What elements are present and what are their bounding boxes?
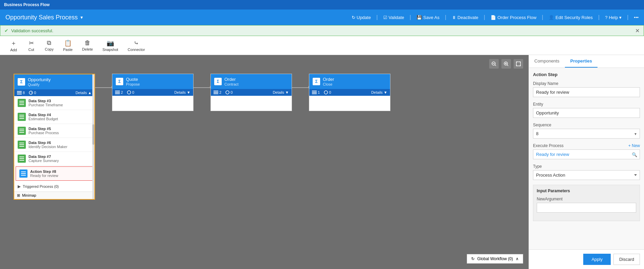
process-flow: Σ Opportunity Qualify 8 — [14, 74, 390, 200]
fit-screen-button[interactable] — [514, 59, 523, 69]
execute-process-input[interactable] — [533, 149, 640, 159]
entity-input[interactable] — [533, 108, 640, 118]
properties-panel: Components Properties Action Step Displa… — [529, 55, 644, 269]
discard-button[interactable]: Discard — [613, 254, 640, 265]
svg-rect-30 — [115, 91, 120, 91]
svg-rect-31 — [115, 92, 120, 93]
stage-qualify-details-button[interactable]: Details ▲ — [75, 91, 92, 95]
svg-rect-23 — [19, 146, 24, 147]
panel-body: Action Step Display Name Entity Sequence… — [529, 68, 644, 249]
connector-2 — [194, 87, 210, 88]
stage-close[interactable]: Σ Order Close 1 0 — [309, 74, 390, 111]
toolbar-connector[interactable]: ⤷ Connector — [124, 38, 149, 53]
header-action-update[interactable]: ↻ Update — [352, 15, 371, 20]
stage-close-title-block: Order Close — [323, 77, 334, 86]
tab-properties[interactable]: Properties — [565, 55, 597, 68]
zoom-in-button[interactable] — [501, 59, 511, 69]
sequence-input[interactable] — [533, 129, 640, 139]
stage-contract-cycle: 0 — [225, 90, 233, 94]
connector-1 — [95, 87, 112, 88]
step-8-text: Action Step #8 Ready for review — [30, 169, 58, 178]
header-action-help[interactable]: ? Help ▾ — [605, 15, 622, 20]
step-3-text: Data Step #3 Purchase Timeframe — [29, 99, 63, 107]
step-5[interactable]: Data Step #5 Purchase Process — [14, 124, 94, 138]
toolbar-copy[interactable]: ⧉ Copy — [41, 38, 58, 53]
svg-rect-21 — [19, 143, 24, 143]
step-list-qualify: Data Step #3 Purchase Timeframe Data Ste… — [14, 96, 94, 181]
header-action-edit-security-roles[interactable]: 👤 Edit Security Roles — [549, 15, 593, 20]
copy-icon: ⧉ — [47, 39, 51, 47]
svg-point-33 — [127, 91, 131, 94]
global-workflow-collapse-icon: ∧ — [516, 256, 519, 261]
toolbar-add[interactable]: ＋ Add — [5, 38, 22, 53]
toolbar-delete[interactable]: 🗑 Delete — [78, 38, 97, 53]
stage-propose-cycle: 0 — [127, 90, 134, 94]
header-action-order-process-flow[interactable]: 📄 Order Process Flow — [491, 15, 536, 20]
validation-close-button[interactable]: ✕ — [635, 28, 640, 34]
header-chevron[interactable]: ▾ — [80, 15, 83, 20]
paste-icon: 📋 — [64, 39, 72, 47]
step-6-icon — [18, 141, 26, 149]
header-sep-6: | — [598, 14, 600, 20]
svg-rect-34 — [214, 91, 218, 91]
stage-close-header: Σ Order Close — [309, 74, 390, 89]
triggered-process[interactable]: ▶ Triggered Process (0) — [14, 181, 94, 192]
stage-close-footer: 1 0 Details ▼ — [309, 89, 390, 96]
global-workflow[interactable]: ↻ Global Workflow (0) ∧ — [467, 254, 523, 264]
step-6[interactable]: Data Step #6 Identify Decision Maker — [14, 138, 94, 152]
svg-rect-19 — [19, 130, 24, 131]
header-action-save-as[interactable]: 💾 Save As — [417, 15, 440, 20]
svg-rect-22 — [19, 144, 24, 145]
stage-contract[interactable]: Σ Order Contract 2 0 — [210, 74, 292, 111]
stage-qualify[interactable]: Σ Opportunity Qualify 8 — [14, 74, 95, 200]
stage-contract-title-block: Order Contract — [224, 77, 239, 86]
svg-rect-8 — [17, 91, 22, 92]
validation-bar: ✔ Validation successful. ✕ — [0, 25, 644, 36]
header-title: Opportunity Sales Process — [5, 14, 78, 21]
step-4[interactable]: Data Step #4 Estimated Budget — [14, 110, 94, 124]
execute-process-search-icon[interactable]: 🔍 — [632, 152, 637, 157]
svg-rect-12 — [19, 101, 24, 102]
header-action-validate[interactable]: ☑ Validate — [383, 15, 404, 20]
stage-contract-details-button[interactable]: Details ▼ — [273, 90, 289, 94]
new-argument-select[interactable] — [537, 203, 636, 213]
header-sep-2: | — [410, 14, 411, 20]
apply-button[interactable]: Apply — [583, 254, 611, 265]
header-sep-3: | — [445, 14, 446, 20]
validation-success-icon: ✔ — [4, 28, 8, 33]
execute-process-new-link[interactable]: + New — [628, 143, 640, 148]
stage-close-details-button[interactable]: Details ▼ — [371, 90, 387, 94]
stage-propose-title-block: Quote Propose — [126, 77, 140, 86]
input-parameters-section: Input Parameters NewArgument — [533, 185, 640, 221]
svg-rect-18 — [19, 129, 24, 129]
toolbar-snapshot[interactable]: 📷 Snapshot — [98, 38, 122, 53]
sequence-group: Sequence ▼ — [533, 123, 640, 139]
scrollbar-thumb — [92, 124, 94, 145]
stage-propose-details-button[interactable]: Details ▼ — [174, 90, 190, 94]
toolbar-paste[interactable]: 📋 Paste — [59, 38, 77, 53]
canvas-area[interactable]: Σ Opportunity Qualify 8 — [0, 55, 529, 269]
main-content: Σ Opportunity Qualify 8 — [0, 55, 644, 269]
header-action-more[interactable]: ••• — [634, 15, 639, 20]
toolbar-cut[interactable]: ✂ Cut — [23, 38, 39, 53]
step-8[interactable]: Action Step #8 Ready for review — [16, 166, 93, 181]
stage-close-container: Σ Order Close 1 0 — [309, 74, 390, 111]
step-7[interactable]: Data Step #7 Capture Summary — [14, 152, 94, 166]
input-params-title: Input Parameters — [537, 189, 636, 193]
step-7-text: Data Step #7 Capture Summary — [29, 155, 59, 163]
header-action-deactivate[interactable]: ⏸ Deactivate — [452, 15, 478, 20]
step-3[interactable]: Data Step #3 Purchase Timeframe — [14, 96, 94, 110]
toolbar: ＋ Add ✂ Cut ⧉ Copy 📋 Paste 🗑 Delete 📷 Sn… — [0, 36, 644, 55]
type-select[interactable]: Process Action — [533, 170, 640, 180]
panel-tabs: Components Properties — [529, 55, 644, 68]
minimap-button[interactable]: ⊞ Minimap — [14, 192, 94, 199]
stage-qualify-cycle: 0 — [29, 91, 36, 95]
stage-propose[interactable]: Σ Quote Propose 2 0 — [112, 74, 194, 111]
tab-components[interactable]: Components — [529, 55, 565, 68]
display-name-input[interactable] — [533, 87, 640, 97]
delete-icon: 🗑 — [85, 39, 91, 47]
global-workflow-icon: ↻ — [471, 256, 475, 261]
zoom-out-button[interactable] — [489, 59, 499, 69]
new-argument-label: NewArgument — [537, 197, 636, 201]
header-left: Opportunity Sales Process ▾ — [5, 14, 83, 21]
